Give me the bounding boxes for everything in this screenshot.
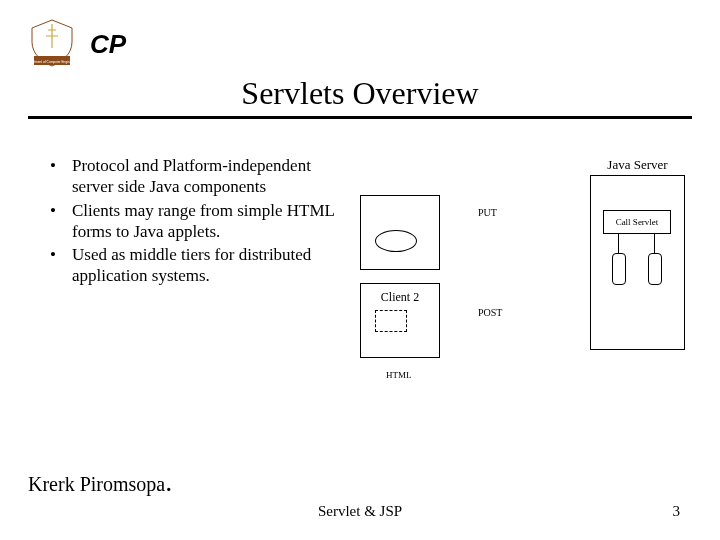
thread-box-icon — [612, 253, 626, 285]
list-item: • Clients may range from simple HTML for… — [50, 200, 350, 243]
post-label: POST — [478, 307, 502, 318]
dashed-rect-icon — [375, 310, 407, 332]
client2-box: Client 2 — [360, 283, 440, 358]
thread-box-icon — [648, 253, 662, 285]
cp-logo-icon: CP — [84, 24, 132, 64]
server-label: Java Server — [590, 157, 685, 173]
client2-label: Client 2 — [361, 290, 439, 305]
header-logos: Department of Computer Engineering CP — [28, 18, 132, 70]
connector-line — [618, 234, 619, 253]
author-name: Krerk Piromsopa. — [28, 466, 172, 498]
bullet-text: Used as middle tiers for distributed app… — [72, 244, 350, 287]
page-number: 3 — [673, 503, 681, 520]
list-item: • Protocol and Platform-independent serv… — [50, 155, 350, 198]
put-label: PUT — [478, 207, 497, 218]
bullet-text: Protocol and Platform-independent server… — [72, 155, 350, 198]
title-underline — [28, 116, 692, 119]
footer-title: Servlet & JSP — [0, 503, 720, 520]
connector-line — [654, 234, 655, 253]
server-box — [590, 175, 685, 350]
bullet-list: • Protocol and Platform-independent serv… — [50, 155, 350, 289]
bullet-dot-icon: • — [50, 244, 72, 287]
dept-logo-icon: Department of Computer Engineering — [28, 18, 76, 70]
author-period: . — [165, 466, 172, 497]
ellipse-icon — [375, 230, 417, 252]
servlet-box: Call Servlet — [603, 210, 671, 234]
architecture-diagram: Client 2 HTML Java Server Call Servlet P… — [360, 175, 690, 395]
slide-title: Servlets Overview — [0, 75, 720, 112]
bullet-dot-icon: • — [50, 155, 72, 198]
author-text: Krerk Piromsopa — [28, 473, 165, 495]
list-item: • Used as middle tiers for distributed a… — [50, 244, 350, 287]
client1-box — [360, 195, 440, 270]
bullet-dot-icon: • — [50, 200, 72, 243]
html-label: HTML — [386, 370, 412, 380]
cp-logo-text: CP — [90, 29, 126, 60]
bullet-text: Clients may range from simple HTML forms… — [72, 200, 350, 243]
svg-text:Department of Computer Enginee: Department of Computer Engineering — [28, 60, 76, 64]
